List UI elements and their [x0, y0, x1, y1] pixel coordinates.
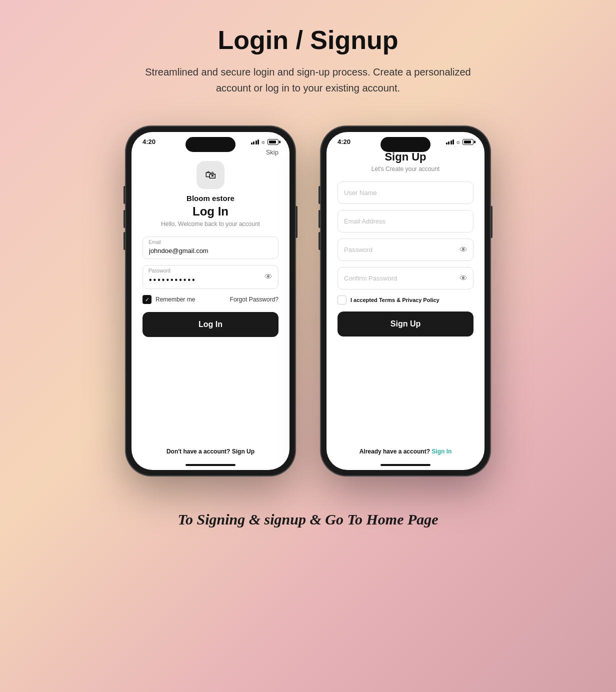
phones-container: 4:20 ⌾ Skip: [126, 126, 490, 476]
signal-bar-s1: [446, 142, 448, 144]
app-logo-icon: 🛍: [205, 168, 216, 182]
signup-content: Sign Up Let's Create your account User N…: [326, 148, 484, 470]
status-icons-signup: ⌾: [446, 139, 474, 145]
password-field-group: Password 👁: [142, 265, 278, 289]
wifi-icon-login: ⌾: [262, 139, 265, 145]
signup-password-field-group: Password 👁: [338, 238, 474, 261]
status-bar-login: 4:20 ⌾: [132, 132, 290, 148]
signal-bar-s3: [450, 140, 452, 144]
login-title: Log In: [142, 204, 278, 218]
terms-label: I accepted: [350, 297, 378, 303]
signal-bar-s4: [452, 140, 454, 144]
eye-icon-signup-confirm[interactable]: 👁: [460, 274, 468, 283]
username-placeholder: User Name: [344, 189, 377, 196]
app-logo-container: 🛍: [142, 161, 278, 189]
battery-icon-login: [268, 139, 278, 145]
signup-email-field[interactable]: Email Address: [338, 210, 474, 232]
status-time-signup: 4:20: [338, 138, 350, 146]
eye-icon-login[interactable]: 👁: [264, 272, 272, 282]
login-bottom-link: Don't have a account? Sign Up: [132, 448, 290, 455]
signup-button[interactable]: Sign Up: [338, 312, 474, 336]
wifi-icon-signup: ⌾: [456, 139, 460, 145]
status-bar-signup: 4:20 ⌾: [326, 132, 484, 148]
signal-bar-3: [256, 140, 257, 144]
signup-phone: 4:20 ⌾ Sign Up: [320, 126, 490, 476]
signup-subtitle: Let's Create your account: [338, 166, 474, 172]
dynamic-island-signup: [380, 137, 430, 152]
home-indicator-login: [186, 464, 236, 466]
username-field[interactable]: User Name: [338, 182, 474, 204]
login-bottom-text: Don't have a account?: [166, 448, 230, 455]
signup-email-placeholder: Email Address: [344, 218, 386, 225]
signup-bottom-link: Already have a account? Sign In: [326, 448, 484, 455]
signal-bar-4: [258, 140, 259, 144]
remember-row: ✓ Remember me Forgot Password?: [142, 295, 278, 304]
signup-password-placeholder: Password: [344, 246, 372, 254]
signin-link[interactable]: Sign In: [432, 448, 452, 455]
app-name: Bloom estore: [142, 194, 278, 202]
signal-bar-1: [251, 142, 252, 144]
status-time-login: 4:20: [142, 138, 156, 146]
home-indicator-signup: [380, 464, 430, 466]
login-signup-link[interactable]: Sign Up: [232, 448, 254, 455]
dynamic-island-login: [186, 137, 236, 152]
signal-bar-s2: [448, 142, 450, 144]
confirm-password-placeholder: Confirm Password: [344, 274, 397, 282]
page-title: Login / Signup: [218, 25, 398, 55]
signup-title: Sign Up: [338, 150, 474, 164]
signal-bars-login: [251, 139, 260, 144]
email-label: Email: [148, 240, 161, 245]
terms-row: I accepted Terms & Privacy Policy: [338, 296, 474, 304]
battery-icon-signup: [462, 139, 474, 145]
terms-text: I accepted Terms & Privacy Policy: [350, 297, 440, 303]
confirm-password-field[interactable]: Confirm Password: [338, 267, 474, 290]
login-phone: 4:20 ⌾ Skip: [126, 126, 296, 476]
login-subtitle: Hello, Welcome back to your account: [142, 220, 278, 228]
signup-screen: 4:20 ⌾ Sign Up: [326, 132, 484, 470]
remember-left: ✓ Remember me: [142, 295, 195, 304]
signal-bar-2: [253, 142, 254, 144]
page-subtitle: Streamlined and secure login and sign-up…: [143, 64, 473, 96]
email-input[interactable]: [142, 236, 278, 259]
terms-checkbox[interactable]: [338, 296, 346, 304]
username-field-group: User Name: [338, 182, 474, 204]
confirm-password-field-group: Confirm Password 👁: [338, 267, 474, 290]
app-logo: 🛍: [196, 161, 224, 189]
signal-bars-signup: [446, 139, 454, 144]
remember-label: Remember me: [156, 296, 195, 303]
eye-icon-signup-password[interactable]: 👁: [460, 246, 468, 254]
status-icons-login: ⌾: [251, 139, 279, 145]
bottom-caption: To Signing & signup & Go To Home Page: [178, 511, 438, 528]
forgot-password-link[interactable]: Forgot Password?: [230, 296, 278, 303]
signup-password-field[interactable]: Password: [338, 238, 474, 261]
password-label: Password: [148, 268, 170, 274]
remember-checkbox[interactable]: ✓: [142, 295, 152, 304]
terms-link[interactable]: Terms & Privacy Policy: [379, 297, 440, 303]
signup-bottom-text: Already have a account?: [360, 448, 430, 455]
signup-email-field-group: Email Address: [338, 210, 474, 232]
email-field-group: Email: [142, 236, 278, 259]
login-content: Skip 🛍 Bloom estore Log In Hello, Welcom…: [132, 148, 290, 470]
login-button[interactable]: Log In: [142, 312, 278, 337]
login-screen: 4:20 ⌾ Skip: [132, 132, 290, 470]
